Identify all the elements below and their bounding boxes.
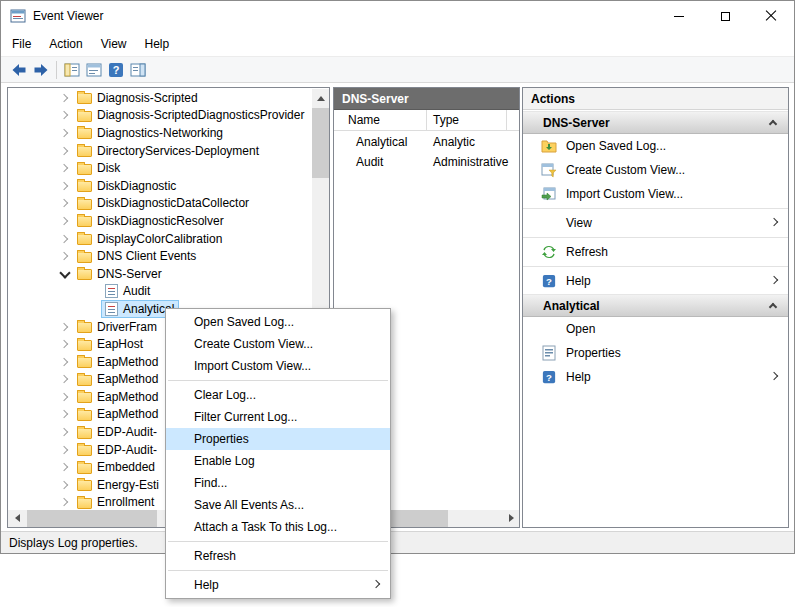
chevron-right-icon[interactable] [60,445,70,455]
svg-text:?: ? [546,276,552,287]
show-console-tree-button[interactable] [61,59,83,81]
folder-icon [77,269,92,280]
chevron-down-icon[interactable] [60,269,70,279]
tree-item-content: EapMethod [74,354,162,370]
chevron-right-icon[interactable] [60,198,70,208]
folder-icon [77,146,92,157]
chevron-right-icon[interactable] [60,163,70,173]
tree-item-content: DiskDiagnostic [74,178,180,194]
scroll-up-button[interactable] [312,89,329,106]
forward-button[interactable] [30,59,52,81]
chevron-right-icon[interactable] [60,480,70,490]
chevron-right-icon[interactable] [60,234,70,244]
menu-bar: File Action View Help [1,31,794,56]
context-menu-item-open-saved-log[interactable]: Open Saved Log... [166,311,390,333]
context-menu-item-enable-log[interactable]: Enable Log [166,450,390,472]
maximize-button[interactable] [702,1,748,31]
section-title: Analytical [543,299,600,313]
menu-item-label: Properties [194,432,249,446]
context-menu-item-find[interactable]: Find... [166,472,390,494]
properties-button[interactable] [83,59,105,81]
tree-item-diagnostics-networking[interactable]: Diagnostics-Networking [8,124,312,142]
scrollbar-thumb[interactable] [27,510,157,527]
chevron-up-icon[interactable] [769,120,777,128]
tree-item-displaycolorcalibration[interactable]: DisplayColorCalibration [8,230,312,248]
chevron-right-icon[interactable] [60,339,70,349]
indent-spacer [88,304,98,314]
actions-section-analytical[interactable]: Analytical [523,294,788,317]
tree-item-diagnosis-scripted[interactable]: Diagnosis-Scripted [8,89,312,107]
action-import-custom-view[interactable]: Import Custom View... [523,182,788,206]
action-view[interactable]: View [523,211,788,235]
tree-item-disk[interactable]: Disk [8,159,312,177]
chevron-right-icon[interactable] [60,93,70,103]
context-menu-item-attach-a-task[interactable]: Attach a Task To this Log... [166,516,390,538]
action-open[interactable]: Open [523,317,788,341]
list-row-analytical[interactable]: Analytical Analytic [334,132,519,151]
tree-item-diskdiagnosticdatacollector[interactable]: DiskDiagnosticDataCollector [8,195,312,213]
chevron-right-icon[interactable] [60,322,70,332]
chevron-right-icon[interactable] [60,251,70,261]
menu-item-label: Create Custom View... [194,337,313,351]
menu-action[interactable]: Action [40,34,91,54]
chevron-right-icon[interactable] [60,146,70,156]
minimize-button[interactable] [656,1,702,31]
column-header-name[interactable]: Name [334,110,427,130]
folder-icon [77,181,92,192]
menu-file[interactable]: File [3,34,40,54]
context-menu-item-clear-log[interactable]: Clear Log... [166,384,390,406]
tree-item-dns-server[interactable]: DNS-Server [8,265,312,283]
list-row-audit[interactable]: Audit Administrative [334,152,519,171]
tree-item-content: Disk [74,160,124,176]
action-create-custom-view[interactable]: Create Custom View... [523,158,788,182]
close-button[interactable] [748,1,794,31]
action-open-saved-log[interactable]: Open Saved Log... [523,134,788,158]
tree-item-diskdiagnosticresolver[interactable]: DiskDiagnosticResolver [8,212,312,230]
event-log-icon [105,284,118,298]
action-properties[interactable]: Properties [523,341,788,365]
chevron-right-icon[interactable] [60,357,70,367]
action-help-analytical[interactable]: ? Help [523,365,788,389]
close-icon [765,10,777,22]
context-menu-item-save-all-events-as[interactable]: Save All Events As... [166,494,390,516]
context-menu-item-refresh[interactable]: Refresh [166,545,390,567]
action-help[interactable]: ? Help [523,269,788,293]
tree-item-dns-client-events[interactable]: DNS Client Events [8,247,312,265]
context-menu-item-import-custom-view[interactable]: Import Custom View... [166,355,390,377]
column-header-type[interactable]: Type [427,110,507,130]
properties-window-icon [86,62,102,78]
back-button[interactable] [8,59,30,81]
chevron-right-icon[interactable] [60,462,70,472]
scroll-left-button[interactable] [8,510,25,527]
chevron-right-icon[interactable] [60,427,70,437]
action-refresh[interactable]: Refresh [523,240,788,264]
context-menu-item-help[interactable]: Help [166,574,390,596]
context-menu-item-properties[interactable]: Properties [166,428,390,450]
chevron-right-icon[interactable] [60,497,70,507]
show-action-pane-button[interactable] [127,59,149,81]
tree-item-directoryservices-deployment[interactable]: DirectoryServices-Deployment [8,142,312,160]
context-menu-item-filter-current-log[interactable]: Filter Current Log... [166,406,390,428]
action-label: Create Custom View... [566,163,685,177]
chevron-right-icon[interactable] [60,181,70,191]
tree-item-audit[interactable]: Audit [8,283,312,301]
chevron-right-icon[interactable] [60,128,70,138]
chevron-right-icon[interactable] [60,374,70,384]
menu-help[interactable]: Help [136,34,179,54]
tree-item-diskdiagnostic[interactable]: DiskDiagnostic [8,177,312,195]
tree-item-diagnosis-scripteddiagnosticsprovider[interactable]: Diagnosis-ScriptedDiagnosticsProvider [8,107,312,125]
chevron-up-icon[interactable] [769,303,777,311]
tree-item-label: EapMethod [97,372,158,386]
chevron-right-icon[interactable] [60,110,70,120]
scroll-right-button[interactable] [502,510,519,527]
actions-section-dns-server[interactable]: DNS-Server [523,111,788,134]
chevron-right-icon[interactable] [60,409,70,419]
scrollbar-thumb[interactable] [312,108,329,178]
menu-view[interactable]: View [92,34,136,54]
chevron-right-icon[interactable] [60,392,70,402]
context-menu-item-create-custom-view[interactable]: Create Custom View... [166,333,390,355]
tree-item-content: Embedded [74,459,159,475]
chevron-right-icon[interactable] [60,216,70,226]
menu-item-label: Help [194,578,219,592]
help-button[interactable]: ? [105,59,127,81]
